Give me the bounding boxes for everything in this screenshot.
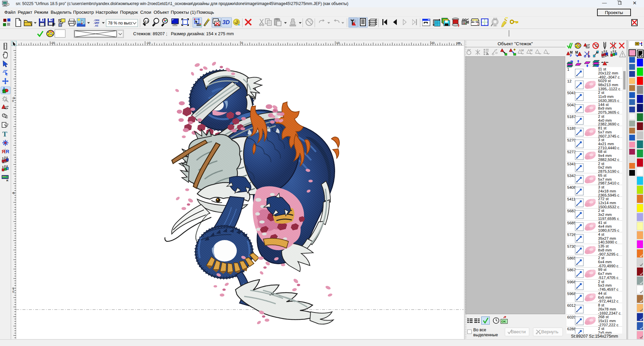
svg-text:M: M [570, 51, 573, 54]
svg-text:1: 1 [610, 51, 612, 54]
svg-text:1: 1 [2, 157, 4, 160]
svg-text:R: R [6, 149, 9, 154]
svg-text:M: M [575, 51, 578, 54]
svg-text:2: 2 [612, 50, 614, 53]
svg-text:T: T [2, 130, 7, 138]
svg-text:M: M [521, 49, 524, 52]
svg-text:Я: Я [2, 149, 5, 154]
svg-text:1: 1 [2, 165, 4, 169]
svg-text:1: 1 [601, 51, 603, 54]
svg-text:.AI: .AI [94, 24, 99, 27]
svg-text:OK: OK [501, 320, 506, 323]
svg-text:R: R [6, 179, 8, 182]
svg-text:F: F [52, 22, 55, 27]
svg-text:1:1: 1:1 [145, 20, 149, 23]
svg-text:3: 3 [605, 50, 607, 53]
svg-text:2: 2 [603, 50, 605, 53]
svg-text:2: 2 [4, 165, 6, 168]
svg-text:2: 2 [4, 157, 6, 159]
svg-text:M: M [530, 49, 533, 52]
svg-text:3: 3 [614, 50, 616, 53]
svg-text:S: S [58, 18, 61, 23]
